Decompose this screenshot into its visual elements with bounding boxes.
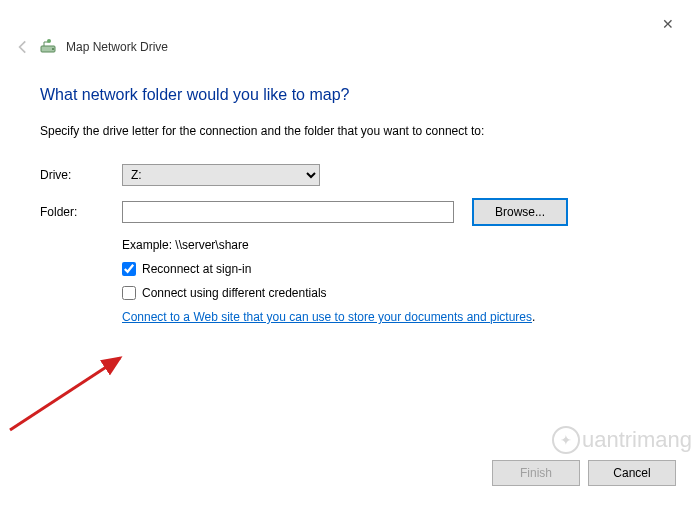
folder-combobox[interactable]: [122, 201, 454, 223]
wizard-title: Map Network Drive: [66, 40, 168, 54]
watermark-text: uantrimang: [582, 427, 692, 453]
example-text: Example: \\server\share: [122, 238, 660, 252]
link-suffix: .: [532, 310, 535, 324]
annotation-arrow: [0, 350, 140, 440]
reconnect-checkbox[interactable]: [122, 262, 136, 276]
finish-button: Finish: [492, 460, 580, 486]
back-arrow-icon[interactable]: [14, 38, 32, 56]
connect-website-row: Connect to a Web site that you can use t…: [122, 310, 660, 324]
watermark: ✦ uantrimang: [552, 426, 692, 454]
credentials-checkbox[interactable]: [122, 286, 136, 300]
drive-select[interactable]: Z:: [122, 164, 320, 186]
browse-button[interactable]: Browse...: [472, 198, 568, 226]
instruction-text: Specify the drive letter for the connect…: [40, 124, 660, 138]
wizard-footer: Finish Cancel: [492, 460, 676, 486]
credentials-checkbox-row[interactable]: Connect using different credentials: [122, 286, 660, 300]
reconnect-label: Reconnect at sign-in: [142, 262, 251, 276]
cancel-button[interactable]: Cancel: [588, 460, 676, 486]
credentials-label: Connect using different credentials: [142, 286, 327, 300]
close-button[interactable]: ✕: [654, 12, 682, 36]
svg-line-3: [10, 358, 120, 430]
page-heading: What network folder would you like to ma…: [40, 86, 660, 104]
folder-label: Folder:: [40, 205, 122, 219]
drive-label: Drive:: [40, 168, 122, 182]
connect-website-link[interactable]: Connect to a Web site that you can use t…: [122, 310, 532, 324]
wizard-header: Map Network Drive: [14, 38, 168, 56]
watermark-icon: ✦: [552, 426, 580, 454]
network-drive-icon: [40, 39, 58, 55]
svg-point-2: [47, 39, 51, 43]
svg-point-1: [52, 48, 54, 50]
reconnect-checkbox-row[interactable]: Reconnect at sign-in: [122, 262, 660, 276]
